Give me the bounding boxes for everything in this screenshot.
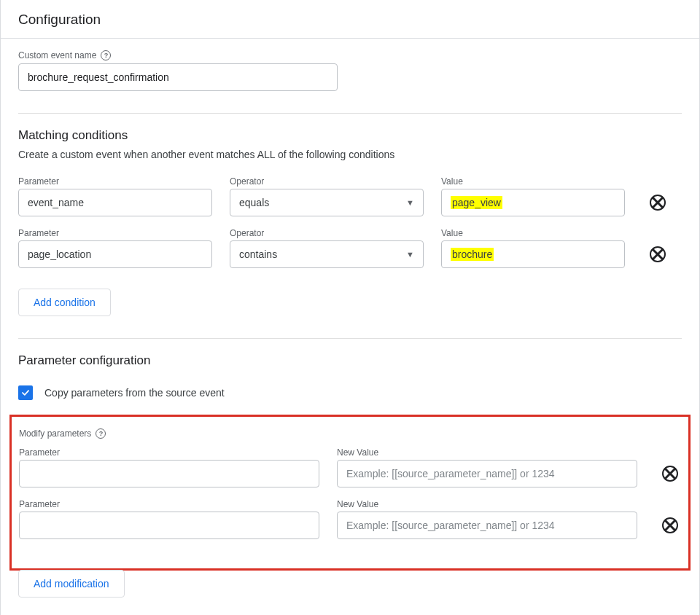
remove-modification-button[interactable] [662, 466, 678, 482]
modification-parameter-input[interactable] [19, 512, 319, 539]
modification-value-input[interactable] [337, 512, 637, 539]
help-icon[interactable]: ? [96, 428, 106, 439]
modification-row: Parameter New Value [19, 499, 681, 539]
copy-parameters-label: Copy parameters from the source event [44, 387, 225, 399]
operator-label: Operator [230, 176, 424, 187]
condition-row: Parameter Operator contains ▼ Value broc… [18, 228, 682, 268]
page-title: Configuration [1, 0, 699, 39]
parameter-label: Parameter [19, 499, 319, 509]
close-icon [664, 519, 677, 532]
modify-parameters-label: Modify parameters [19, 428, 91, 439]
operator-select[interactable]: equals ▼ [230, 189, 424, 216]
add-condition-button[interactable]: Add condition [18, 289, 111, 316]
modification-value-input[interactable] [337, 460, 637, 487]
modify-parameters-highlight: Modify parameters ? Parameter New Value [9, 415, 691, 571]
value-input[interactable]: brochure [441, 240, 625, 268]
value-input[interactable]: page_view [441, 189, 625, 216]
operator-label: Operator [230, 228, 424, 238]
remove-modification-button[interactable] [662, 517, 678, 533]
check-icon [20, 388, 31, 398]
parameter-input[interactable] [18, 240, 212, 268]
custom-event-name-input[interactable] [18, 63, 338, 91]
value-label: Value [441, 176, 625, 187]
parameter-label: Parameter [18, 228, 212, 238]
parameter-label: Parameter [19, 447, 319, 458]
modification-parameter-input[interactable] [19, 460, 319, 487]
matching-conditions-subtitle: Create a custom event when another event… [18, 149, 682, 160]
matching-conditions-title: Matching conditions [18, 128, 682, 143]
parameter-input[interactable] [18, 189, 212, 216]
remove-condition-button[interactable] [650, 195, 666, 211]
condition-row: Parameter Operator equals ▼ Value page_v… [18, 176, 682, 216]
copy-parameters-checkbox[interactable] [18, 385, 33, 400]
chevron-down-icon: ▼ [406, 250, 414, 259]
new-value-label: New Value [337, 499, 637, 509]
close-icon [651, 196, 664, 209]
remove-condition-button[interactable] [650, 246, 666, 262]
custom-event-label: Custom event name [18, 50, 96, 60]
close-icon [664, 467, 677, 480]
parameter-label: Parameter [18, 176, 212, 187]
close-icon [651, 248, 664, 261]
operator-select[interactable]: contains ▼ [230, 240, 424, 268]
new-value-label: New Value [337, 447, 637, 458]
value-label: Value [441, 228, 625, 238]
parameter-configuration-title: Parameter configuration [18, 353, 682, 368]
chevron-down-icon: ▼ [406, 198, 414, 207]
modification-row: Parameter New Value [19, 447, 681, 487]
help-icon[interactable]: ? [101, 50, 111, 60]
add-modification-button[interactable]: Add modification [18, 570, 125, 598]
